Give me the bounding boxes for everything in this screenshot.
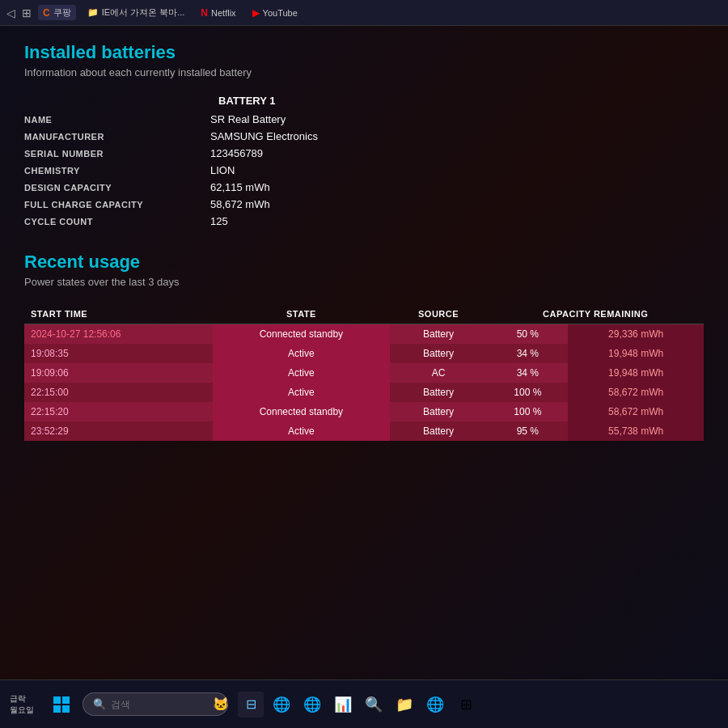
edge-icon[interactable]: 🌐	[299, 692, 325, 717]
cell-capacity-pct: 100 %	[487, 402, 568, 421]
label-full-charge: FULL CHARGE CAPACITY	[24, 200, 210, 210]
cell-start-time: 23:52:29	[24, 421, 213, 441]
youtube-icon: ▶	[252, 7, 260, 19]
table-row: 19:09:06ActiveAC34 %19,948 mWh	[24, 363, 704, 383]
table-row: 22:15:20Connected standbyBattery100 %58,…	[24, 402, 704, 421]
start-button[interactable]	[47, 690, 76, 719]
office-icon[interactable]: 📊	[330, 692, 356, 717]
svg-rect-1	[62, 696, 70, 704]
cell-start-time: 19:08:35	[24, 344, 213, 363]
col-capacity: CAPACITY REMAINING	[487, 304, 704, 324]
recent-usage-subtitle: Power states over the last 3 days	[24, 276, 704, 288]
usage-table: START TIME STATE SOURCE CAPACITY REMAINI…	[24, 304, 704, 441]
cell-source: Battery	[390, 402, 488, 421]
label-serial: SERIAL NUMBER	[24, 149, 210, 159]
table-row: 19:08:35ActiveBattery34 %19,948 mWh	[24, 344, 704, 363]
search-icon: 🔍	[93, 698, 106, 710]
search-bar[interactable]: 🔍 🐱	[83, 692, 228, 716]
cell-capacity-pct: 34 %	[487, 363, 568, 383]
tab-coupang[interactable]: C 쿠팡	[38, 5, 76, 20]
table-header-row: START TIME STATE SOURCE CAPACITY REMAINI…	[24, 304, 704, 324]
taskbar-bottom: 급락 월요일 🔍 🐱 ⊟ 🌐 🌐 📊 🔍 📁	[0, 679, 728, 728]
col-start-time: START TIME	[24, 304, 213, 324]
taskbar-time: 급락 월요일	[10, 693, 34, 716]
tab-youtube[interactable]: ▶ YouTube	[248, 6, 303, 20]
cell-capacity-mwh: 58,672 mWh	[568, 402, 704, 421]
search-companion-icon: 🐱	[213, 696, 229, 712]
tab-netflix[interactable]: N Netflix	[196, 6, 240, 20]
taskbar-app-icons: ⊟ 🌐 🌐 📊 🔍 📁 🌐 ⊞	[238, 692, 479, 717]
cell-state: Active	[213, 383, 389, 402]
main-content: Installed batteries Information about ea…	[0, 26, 728, 679]
value-cycle: 125	[210, 215, 228, 227]
info-row-design-capacity: DESIGN CAPACITY 62,115 mWh	[24, 181, 704, 193]
copilot-icon[interactable]: 🌐	[269, 692, 294, 717]
label-name: NAME	[24, 115, 210, 125]
cell-source: Battery	[390, 383, 488, 402]
cell-capacity-mwh: 55,738 mWh	[568, 421, 704, 441]
installed-batteries-section: Installed batteries Information about ea…	[24, 42, 704, 227]
info-row-name: NAME SR Real Battery	[24, 113, 704, 125]
installed-batteries-subtitle: Information about each currently install…	[24, 66, 704, 78]
svg-rect-0	[53, 696, 61, 704]
value-manufacturer: SAMSUNG Electronics	[210, 130, 318, 142]
battery-header: BATTERY 1	[218, 95, 704, 107]
cell-start-time: 22:15:20	[24, 402, 213, 421]
search-input[interactable]	[111, 699, 208, 710]
value-chemistry: LION	[210, 164, 235, 176]
cell-start-time: 19:09:06	[24, 363, 213, 383]
back-icon[interactable]: ◁	[6, 6, 15, 19]
label-chemistry: CHEMISTRY	[24, 166, 210, 176]
cell-source: Battery	[390, 344, 488, 363]
table-row: 22:15:00ActiveBattery100 %58,672 mWh	[24, 383, 704, 402]
cell-start-time: 2024-10-27 12:56:06	[24, 324, 213, 345]
value-name: SR Real Battery	[210, 113, 286, 125]
cell-capacity-pct: 34 %	[487, 344, 568, 363]
svg-rect-3	[62, 705, 70, 713]
recent-usage-section: Recent usage Power states over the last …	[24, 252, 704, 441]
cell-state: Active	[213, 363, 389, 383]
installed-batteries-title: Installed batteries	[24, 42, 704, 63]
recent-usage-title: Recent usage	[24, 252, 704, 273]
cell-capacity-pct: 100 %	[487, 383, 568, 402]
cell-source: Battery	[390, 324, 488, 345]
cell-state: Connected standby	[213, 402, 389, 421]
app-icon[interactable]: ⊞	[453, 692, 479, 717]
netflix-icon: N	[201, 7, 208, 19]
info-row-manufacturer: MANUFACTURER SAMSUNG Electronics	[24, 130, 704, 142]
chrome-icon[interactable]: 🌐	[422, 692, 448, 717]
cell-capacity-pct: 50 %	[487, 324, 568, 345]
label-manufacturer: MANUFACTURER	[24, 132, 210, 142]
explorer-icon[interactable]: 📁	[392, 692, 417, 717]
value-serial: 123456789	[210, 147, 263, 159]
taskview-icon[interactable]: ⊟	[238, 692, 264, 717]
cell-capacity-mwh: 58,672 mWh	[568, 383, 704, 402]
cell-state: Connected standby	[213, 324, 389, 345]
cell-state: Active	[213, 421, 389, 441]
value-full-charge: 58,672 mWh	[210, 198, 270, 210]
info-row-serial: SERIAL NUMBER 123456789	[24, 147, 704, 159]
col-source: SOURCE	[390, 304, 488, 324]
info-row-full-charge: FULL CHARGE CAPACITY 58,672 mWh	[24, 198, 704, 210]
info-row-cycle: CYCLE COUNT 125	[24, 215, 704, 227]
label-cycle: CYCLE COUNT	[24, 217, 210, 226]
cell-capacity-pct: 95 %	[487, 421, 568, 441]
cell-capacity-mwh: 19,948 mWh	[568, 363, 704, 383]
search-icon2[interactable]: 🔍	[361, 692, 387, 717]
cell-source: Battery	[390, 421, 488, 441]
cell-source: AC	[390, 363, 488, 383]
label-design-capacity: DESIGN CAPACITY	[24, 183, 210, 193]
tab-bookmark[interactable]: 📁 IE에서 가져온 북마...	[83, 5, 190, 20]
info-row-chemistry: CHEMISTRY LION	[24, 164, 704, 176]
taskbar-top: ◁ ⊞ C 쿠팡 📁 IE에서 가져온 북마... N Netflix ▶ Yo…	[0, 0, 728, 26]
svg-rect-2	[53, 705, 61, 713]
value-design-capacity: 62,115 mWh	[210, 181, 270, 193]
cell-capacity-mwh: 29,336 mWh	[568, 324, 704, 345]
table-row: 23:52:29ActiveBattery95 %55,738 mWh	[24, 421, 704, 441]
grid-icon[interactable]: ⊞	[22, 6, 32, 19]
col-state: STATE	[213, 304, 389, 324]
cell-start-time: 22:15:00	[24, 383, 213, 402]
cell-capacity-mwh: 19,948 mWh	[568, 344, 704, 363]
table-row: 2024-10-27 12:56:06Connected standbyBatt…	[24, 324, 704, 345]
cell-state: Active	[213, 344, 389, 363]
